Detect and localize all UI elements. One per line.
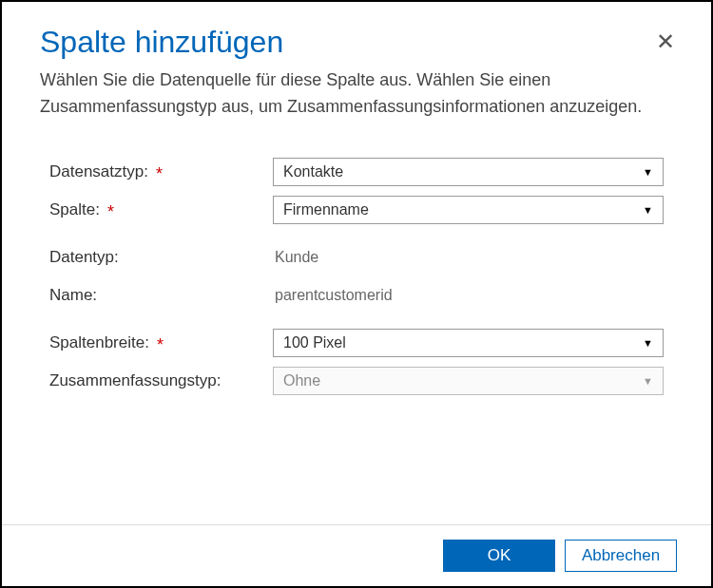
value-cell: Kontakte ▼ xyxy=(273,158,664,186)
summary-type-value: Ohne xyxy=(283,372,663,389)
required-marker: * xyxy=(107,203,114,220)
name-value: parentcustomerid xyxy=(273,287,393,303)
label-name-text: Name: xyxy=(49,286,97,305)
required-marker: * xyxy=(157,336,164,353)
dialog-description: Wählen Sie die Datenquelle für diese Spa… xyxy=(40,67,673,121)
row-data-type: Datentyp: Kunde xyxy=(49,242,664,273)
value-cell: Kunde xyxy=(273,249,664,266)
form-body: Datensatztyp: * Kontakte ▼ Spalte: * Fir… xyxy=(2,121,711,524)
value-cell: 100 Pixel ▼ xyxy=(273,329,664,357)
chevron-down-icon: ▼ xyxy=(643,166,653,178)
row-summary-type: Zusammenfassungstyp: Ohne ▼ xyxy=(49,366,664,396)
column-width-select[interactable]: 100 Pixel ▼ xyxy=(273,329,664,357)
label-summary-type-text: Zusammenfassungstyp: xyxy=(49,371,221,390)
value-cell: parentcustomerid xyxy=(273,287,664,304)
row-name: Name: parentcustomerid xyxy=(49,280,664,311)
label-summary-type: Zusammenfassungstyp: xyxy=(49,371,273,390)
row-record-type: Datensatztyp: * Kontakte ▼ xyxy=(49,157,664,187)
chevron-down-icon: ▼ xyxy=(643,337,653,349)
column-width-value: 100 Pixel xyxy=(283,334,663,351)
column-value: Firmenname xyxy=(283,201,663,218)
cancel-button[interactable]: Abbrechen xyxy=(565,540,677,572)
dialog-footer: OK Abbrechen xyxy=(2,524,711,586)
row-column-width: Spaltenbreite: * 100 Pixel ▼ xyxy=(49,328,664,358)
label-record-type: Datensatztyp: * xyxy=(49,162,273,181)
dialog-title: Spalte hinzufügen xyxy=(40,25,673,60)
ok-button[interactable]: OK xyxy=(443,540,555,572)
value-cell: Firmenname ▼ xyxy=(273,196,664,224)
label-column: Spalte: * xyxy=(49,200,273,219)
data-type-value: Kunde xyxy=(273,249,318,265)
value-cell: Ohne ▼ xyxy=(273,367,664,395)
label-name: Name: xyxy=(49,286,273,305)
summary-type-select[interactable]: Ohne ▼ xyxy=(273,367,664,395)
record-type-value: Kontakte xyxy=(283,163,663,180)
label-column-text: Spalte: xyxy=(49,200,100,219)
chevron-down-icon: ▼ xyxy=(643,375,653,387)
chevron-down-icon: ▼ xyxy=(643,204,653,216)
close-icon: ✕ xyxy=(656,28,675,54)
label-record-type-text: Datensatztyp: xyxy=(49,162,148,181)
row-column: Spalte: * Firmenname ▼ xyxy=(49,195,664,225)
label-data-type: Datentyp: xyxy=(49,248,273,267)
label-column-width: Spaltenbreite: * xyxy=(49,333,273,352)
add-column-dialog: Spalte hinzufügen ✕ Wählen Sie die Daten… xyxy=(0,0,713,588)
close-button[interactable]: ✕ xyxy=(656,30,675,53)
label-column-width-text: Spaltenbreite: xyxy=(49,333,149,352)
dialog-header: Spalte hinzufügen ✕ Wählen Sie die Daten… xyxy=(2,2,711,121)
label-data-type-text: Datentyp: xyxy=(49,248,119,267)
required-marker: * xyxy=(156,165,163,182)
column-select[interactable]: Firmenname ▼ xyxy=(273,196,664,224)
record-type-select[interactable]: Kontakte ▼ xyxy=(273,158,664,186)
